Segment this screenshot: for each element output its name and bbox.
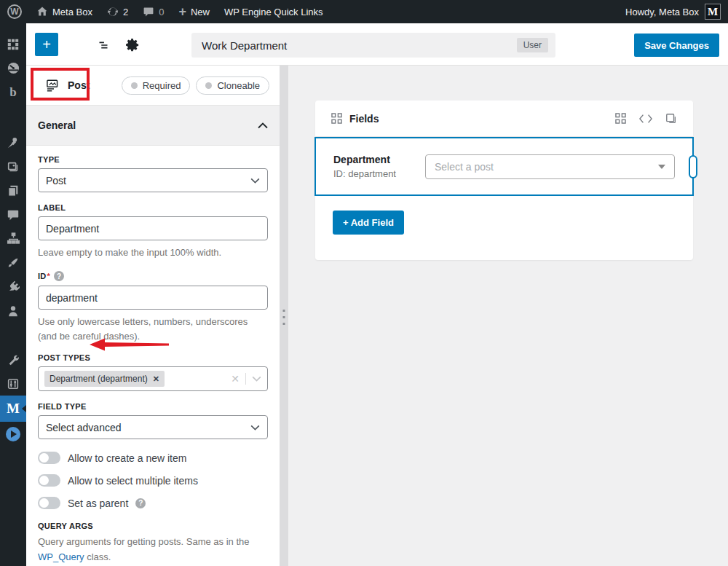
drag-handle-icon[interactable] — [331, 113, 342, 124]
create-new-item-label: Allow to create a new item — [68, 452, 186, 464]
comments-icon[interactable] — [0, 203, 26, 227]
cloneable-dot-icon — [205, 82, 212, 89]
required-toggle[interactable]: Required — [122, 76, 191, 95]
meta-box-icon: M — [7, 401, 20, 417]
pages-icon[interactable] — [0, 178, 26, 203]
comments-menu[interactable]: 0 — [135, 0, 171, 23]
query-args-help: Query arguments for getting posts. Same … — [38, 535, 268, 564]
select-arrow-icon — [658, 165, 665, 169]
dashboard-icon[interactable] — [0, 56, 26, 80]
id-input[interactable] — [46, 292, 260, 304]
field-type-value: Select advanced — [46, 422, 122, 433]
plugins-icon[interactable] — [0, 275, 26, 299]
site-name: Meta Box — [52, 7, 92, 17]
post-types-select[interactable]: Department (department) ✕ ✕ — [38, 366, 268, 391]
create-new-item-switch[interactable] — [38, 452, 60, 464]
site-menu[interactable]: Meta Box — [29, 0, 100, 23]
required-dot-icon — [131, 82, 138, 89]
updates-icon — [107, 6, 119, 17]
users-icon[interactable] — [0, 299, 26, 323]
id-input-wrap — [38, 286, 268, 310]
code-view-icon[interactable] — [639, 114, 652, 124]
posts-icon[interactable] — [0, 130, 26, 154]
fields-panel: Fields Department ID: department Select … — [315, 101, 693, 260]
add-block-button[interactable]: + — [35, 33, 58, 56]
remove-tag-icon[interactable]: ✕ — [153, 374, 159, 384]
admin-bar: W Meta Box 2 0 + New WP Engine Quick Lin… — [0, 0, 728, 23]
select-multiple-switch[interactable] — [38, 474, 60, 487]
panel-resize-divider[interactable] — [280, 66, 288, 566]
admin-sidebar: b M — [0, 23, 26, 566]
settings-icon[interactable] — [0, 372, 26, 396]
plus-icon: + — [178, 4, 186, 20]
chevron-down-icon — [250, 178, 260, 184]
general-form: TYPE Post LABEL Leave empty to make the … — [26, 146, 280, 566]
updates-menu[interactable]: 2 — [100, 0, 135, 23]
quick-links-label: WP Engine Quick Links — [224, 7, 323, 17]
select-divider — [245, 373, 246, 385]
appearance-icon[interactable] — [0, 251, 26, 275]
wp-logo-menu[interactable]: W — [0, 0, 29, 23]
settings-tab-row: Post Required Cloneable — [26, 66, 280, 106]
post-types-label: POST TYPES — [38, 353, 268, 362]
tools-icon[interactable] — [0, 347, 26, 372]
query-args-help-suffix: class. — [84, 551, 111, 562]
label-input-wrap — [38, 216, 268, 240]
type-value: Post — [46, 175, 66, 186]
duplicate-icon[interactable] — [665, 113, 677, 125]
howdy-text[interactable]: Howdy, Meta Box — [625, 7, 699, 17]
wp-query-link[interactable]: WP_Query — [38, 551, 84, 562]
id-help: Use only lowercase letters, numbers, und… — [38, 315, 268, 344]
field-summary: Department ID: department — [333, 154, 425, 179]
general-section-header[interactable]: General — [26, 106, 280, 146]
id-label: ID — [38, 272, 47, 280]
sidebar-item-meta-box[interactable]: M — [0, 396, 26, 422]
select-multiple-label: Allow to select multiple items — [68, 475, 198, 487]
media-icon[interactable] — [0, 154, 26, 178]
location-badge: User — [517, 38, 548, 52]
home-icon — [36, 6, 48, 17]
gear-icon[interactable] — [124, 37, 140, 52]
save-changes-button[interactable]: Save Changes — [634, 34, 719, 57]
field-group-title-input[interactable] — [191, 39, 517, 52]
type-select[interactable]: Post — [38, 168, 268, 192]
field-name: Department — [333, 154, 425, 165]
wp-engine-icon[interactable] — [0, 422, 26, 446]
cloneable-label: Cloneable — [217, 80, 260, 91]
required-label: Required — [143, 80, 181, 91]
preview-canvas: Fields Department ID: department Select … — [288, 66, 728, 566]
field-type-label: FIELD TYPE — [38, 402, 268, 411]
required-asterisk: * — [47, 272, 51, 280]
field-row-department[interactable]: Department ID: department Select a post — [314, 137, 694, 196]
structure-icon[interactable] — [0, 227, 26, 251]
clear-all-icon[interactable]: ✕ — [231, 373, 240, 385]
add-field-button[interactable]: + Add Field — [333, 211, 404, 235]
set-as-parent-label: Set as parent — [68, 498, 128, 509]
new-menu[interactable]: + New — [171, 0, 217, 23]
help-icon[interactable]: ? — [54, 271, 64, 281]
post-type-tag: Department (department) ✕ — [44, 371, 165, 387]
query-args-label: QUERY ARGS — [38, 522, 268, 530]
comments-count: 0 — [159, 7, 164, 17]
builder-header: + User Save Changes — [26, 23, 728, 66]
label-input[interactable] — [46, 223, 260, 235]
list-view-icon[interactable] — [95, 37, 111, 53]
drag-grip-icon — [283, 310, 285, 325]
user-avatar[interactable]: M — [705, 4, 721, 20]
tab-post[interactable]: Post — [36, 72, 101, 99]
label-label: LABEL — [38, 203, 268, 212]
field-resize-handle[interactable] — [689, 155, 697, 178]
grid-view-icon[interactable] — [615, 113, 626, 124]
wp-engine-quick-links[interactable]: WP Engine Quick Links — [217, 0, 331, 23]
help-icon[interactable]: ? — [135, 498, 146, 508]
field-settings-panel: Post Required Cloneable General TYPE Pos… — [26, 66, 280, 566]
bbpress-icon[interactable]: b — [0, 80, 26, 104]
chevron-down-icon — [252, 376, 261, 382]
set-as-parent-switch[interactable] — [38, 497, 60, 509]
post-select-preview[interactable]: Select a post — [425, 154, 675, 179]
field-type-select[interactable]: Select advanced — [38, 415, 268, 439]
blocks-icon[interactable] — [0, 32, 26, 56]
updates-count: 2 — [123, 7, 128, 17]
chevron-up-icon — [258, 122, 268, 129]
cloneable-toggle[interactable]: Cloneable — [196, 76, 269, 95]
